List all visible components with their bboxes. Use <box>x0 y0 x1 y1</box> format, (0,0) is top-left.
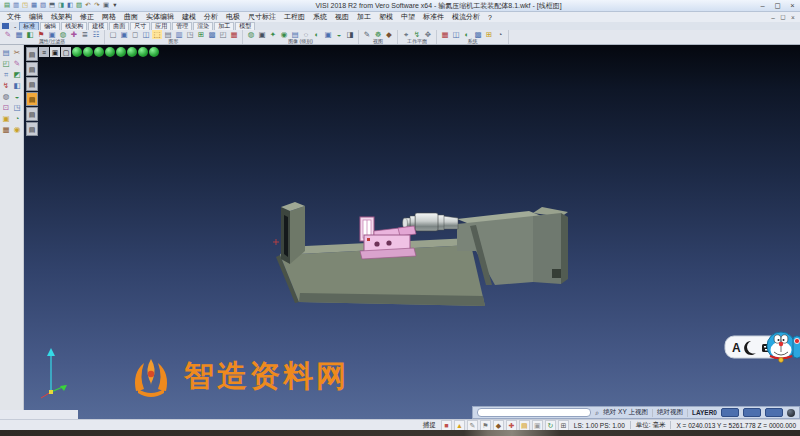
panel-button-4[interactable]: ▤ <box>26 92 38 106</box>
menu-item-18[interactable]: 模流分析 <box>448 12 484 22</box>
layer-orb-icon-6[interactable] <box>127 47 137 57</box>
active-style-icon[interactable]: ⬚ <box>152 30 162 39</box>
new-template-icon[interactable]: ▥ <box>12 2 20 10</box>
new-file-icon[interactable]: ▤ <box>3 2 11 10</box>
save-icon[interactable]: ▦ <box>30 2 38 10</box>
level-all-icon[interactable]: ◍ <box>246 30 256 39</box>
level-spark-icon[interactable]: ✦ <box>268 30 278 39</box>
shade-on-icon[interactable]: ▣ <box>119 30 129 39</box>
panel-button-3[interactable]: ▤ <box>26 77 38 91</box>
corner-icon[interactable]: ◳ <box>12 103 22 113</box>
quad-view-icon[interactable]: ◰ <box>218 30 228 39</box>
viewport-restore-icon[interactable]: ▣ <box>50 47 60 57</box>
qa-dropdown-icon[interactable]: ▾ <box>111 2 119 10</box>
surface-icon[interactable]: ◒ <box>12 92 22 102</box>
menu-item-7[interactable]: 建模 <box>178 12 200 22</box>
grid-toggle-icon[interactable]: ⊞ <box>558 420 569 431</box>
material-orb-icon[interactable] <box>787 409 795 417</box>
arc-icon[interactable]: ◔ <box>12 114 22 124</box>
copy-icon[interactable]: ⊡ <box>1 103 11 113</box>
workplane-mode-label[interactable]: 绝对视图 <box>657 408 683 417</box>
level-solid-icon[interactable]: ▣ <box>257 30 267 39</box>
color-swatch-3[interactable] <box>765 408 783 417</box>
measure-icon[interactable]: ↯ <box>1 81 11 91</box>
menu-item-19[interactable]: ? <box>484 14 496 21</box>
refresh-icon[interactable]: ↻ <box>545 420 556 431</box>
menu-item-1[interactable]: 编辑 <box>25 12 47 22</box>
ribbon-tab-7[interactable]: 管理 <box>172 22 192 30</box>
minimize-button[interactable]: – <box>755 1 770 10</box>
layer-orb-icon-1[interactable] <box>72 47 82 57</box>
layer-orb-icon-5[interactable] <box>116 47 126 57</box>
panel-button-5[interactable]: ▤ <box>26 107 38 121</box>
snap-end-icon[interactable]: ■ <box>441 420 452 431</box>
doc-control-1[interactable]: ◻ <box>778 13 788 21</box>
snap-edit-icon[interactable]: ✎ <box>467 420 478 431</box>
zoom-window-icon[interactable]: ◰ <box>1 59 11 69</box>
doc-control-2[interactable]: × <box>788 14 798 21</box>
layer-orb-icon-4[interactable] <box>105 47 115 57</box>
snap-grid-icon[interactable]: ⌗ <box>1 70 11 80</box>
snap-center-icon[interactable]: ◆ <box>493 420 504 431</box>
view-iso-icon[interactable]: ◆ <box>384 30 394 39</box>
color-filter-icon[interactable]: ▦ <box>14 30 24 39</box>
level-half-icon[interactable]: ◐ <box>312 30 322 39</box>
snap-mid-icon[interactable]: ▲ <box>454 420 465 431</box>
ribbon-tab-9[interactable]: 加工 <box>214 22 234 30</box>
group-filter-icon[interactable]: ☷ <box>91 30 101 39</box>
command-input[interactable] <box>477 408 591 417</box>
menu-item-8[interactable]: 分析 <box>200 12 222 22</box>
level-box-icon[interactable]: ▣ <box>323 30 333 39</box>
ribbon-tab-6[interactable]: 应用 <box>151 22 171 30</box>
check-icon[interactable]: ◩ <box>12 70 22 80</box>
box-icon[interactable]: ▦ <box>1 125 11 135</box>
snap-flag-icon[interactable]: ⚑ <box>480 420 491 431</box>
menu-item-6[interactable]: 实体编辑 <box>142 12 178 22</box>
panel-button-2[interactable]: ▤ <box>26 62 38 76</box>
sphere-icon[interactable]: ◉ <box>12 125 22 135</box>
ribbon-tab-1[interactable]: 编辑 <box>40 22 60 30</box>
ribbon-tab-5[interactable]: 尺寸 <box>130 22 150 30</box>
menu-item-15[interactable]: 塑模 <box>375 12 397 22</box>
level-dome-icon[interactable]: ◒ <box>334 30 344 39</box>
system-palette-icon[interactable]: ▦ <box>440 30 450 39</box>
maximize-button[interactable]: ◻ <box>770 1 785 10</box>
export-icon[interactable]: ▨ <box>75 2 83 10</box>
menu-item-0[interactable]: 文件 <box>3 12 25 22</box>
render-icon[interactable]: ▦ <box>229 30 239 39</box>
undo-icon[interactable]: ↶ <box>84 2 92 10</box>
pen-icon[interactable]: ✎ <box>12 59 22 69</box>
ime-toolbar[interactable]: A <box>724 328 800 370</box>
ribbon-tab-10[interactable]: 模型 <box>235 22 255 30</box>
close-button[interactable]: × <box>785 1 800 10</box>
wireframe-icon[interactable]: ◻ <box>130 30 140 39</box>
plot-icon[interactable]: ◨ <box>57 2 65 10</box>
layer-orb-icon-7[interactable] <box>138 47 148 57</box>
menu-item-17[interactable]: 标准件 <box>419 12 448 22</box>
menu-item-13[interactable]: 视图 <box>331 12 353 22</box>
ribbon-tab-8[interactable]: 渲染 <box>193 22 213 30</box>
view-edit-icon[interactable]: ✎ <box>362 30 372 39</box>
add-filter-icon[interactable]: ✚ <box>69 30 79 39</box>
viewport-menu-icon[interactable]: ≡ <box>39 47 49 57</box>
menu-item-2[interactable]: 线架构 <box>47 12 76 22</box>
layer-orb-icon-3[interactable] <box>94 47 104 57</box>
layer-orb-icon-8[interactable] <box>149 47 159 57</box>
open-file-icon[interactable]: ◳ <box>21 2 29 10</box>
view-mode-label[interactable]: 绝对 XY 上视图 <box>603 408 648 417</box>
ribbon-tab-4[interactable]: 曲面 <box>109 22 129 30</box>
trim-icon[interactable]: ✂ <box>12 48 22 58</box>
viewport-canvas[interactable]: ▤▤▤▤▤▤ ≡▣▢ <box>24 45 800 419</box>
snap-box-icon[interactable]: ▣ <box>532 420 543 431</box>
panel-button-6[interactable]: ▤ <box>26 122 38 136</box>
panel-button-1[interactable]: ▤ <box>26 47 38 61</box>
corner-view-icon[interactable]: ◳ <box>185 30 195 39</box>
ribbon-tab-0[interactable]: 标准 <box>19 22 39 30</box>
hidden-line-icon[interactable]: ◫ <box>141 30 151 39</box>
layer-orb-icon-2[interactable] <box>83 47 93 57</box>
print-icon[interactable]: ⬒ <box>48 2 56 10</box>
ime-language-indicator[interactable]: A <box>732 341 741 355</box>
viewport-tile-icon[interactable]: ▢ <box>61 47 71 57</box>
attribute-pen-icon[interactable]: ✎ <box>3 30 13 39</box>
plane-icon[interactable]: ◧ <box>12 81 22 91</box>
